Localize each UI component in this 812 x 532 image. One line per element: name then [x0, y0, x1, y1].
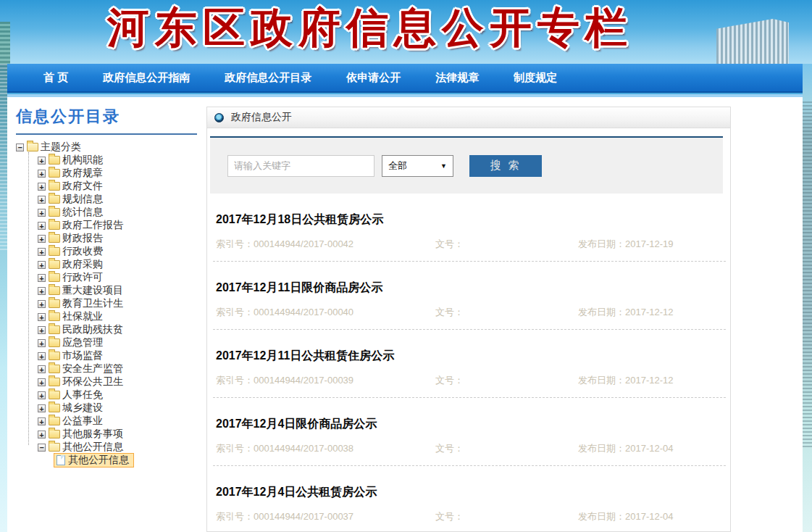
minus-icon[interactable]: −: [16, 144, 24, 151]
tree-item[interactable]: + 财政报告: [16, 232, 206, 245]
site-title: 河东区政府信息公开专栏: [107, 0, 633, 57]
plus-icon[interactable]: +: [38, 326, 46, 334]
doc-title[interactable]: 2017年12月18日公共租赁房公示: [216, 212, 723, 228]
plus-icon[interactable]: +: [38, 235, 46, 243]
tree-item[interactable]: + 环保公共卫生: [16, 375, 206, 388]
folder-icon: [49, 234, 60, 243]
plus-icon[interactable]: +: [38, 209, 46, 217]
tree-items-mount: + 机构职能 + 政府规章 + 政府文件 + 规划信息 + 统计信息 + 政府工…: [16, 154, 206, 441]
plus-icon[interactable]: +: [38, 365, 46, 373]
tree-item[interactable]: + 政府工作报告: [16, 219, 206, 232]
doc-number: 文号：: [435, 238, 578, 251]
tree-item[interactable]: + 社保就业: [16, 310, 206, 323]
tree-item[interactable]: + 市场监督: [16, 349, 206, 362]
doc-meta: 索引号：000144944/2017-00040 文号： 发布日期：2017-1…: [216, 306, 723, 319]
page-root: { "banner": { "title": "河东区政府信息公开专栏" }, …: [0, 0, 812, 532]
tree-item[interactable]: + 公益事业: [16, 415, 206, 428]
plus-icon[interactable]: +: [38, 222, 46, 230]
tree-item[interactable]: + 行政收费: [16, 245, 206, 258]
caret-down-icon: ▼: [440, 162, 447, 170]
tree-item[interactable]: + 人事任免: [16, 388, 206, 402]
tree-item-other-public-info[interactable]: − 其他公开信息: [16, 441, 206, 454]
tree-item[interactable]: + 政府采购: [16, 258, 206, 271]
tree-item[interactable]: + 统计信息: [16, 206, 206, 219]
keyword-search-input[interactable]: [227, 155, 374, 177]
plus-icon[interactable]: +: [38, 404, 46, 412]
open-folder-icon: [49, 443, 60, 452]
plus-icon[interactable]: +: [38, 287, 46, 295]
list-item: 2017年12月11日限价商品房公示 索引号：000144944/2017-00…: [213, 262, 726, 330]
right-building-image: [716, 19, 789, 64]
nav-item-disclosure-guide[interactable]: 政府信息公开指南: [103, 71, 190, 85]
folder-icon: [49, 156, 60, 165]
folder-icon: [49, 325, 60, 334]
search-button[interactable]: 搜 索: [469, 155, 542, 177]
doc-meta: 索引号：000144944/2017-00039 文号： 发布日期：2017-1…: [216, 374, 723, 387]
doc-meta: 索引号：000144944/2017-00037 文号： 发布日期：2017-1…: [216, 510, 723, 523]
plus-icon[interactable]: +: [38, 196, 46, 204]
tree-item-other-public-info-child-selected[interactable]: 其他公开信息: [54, 453, 134, 467]
plus-icon[interactable]: +: [38, 157, 46, 165]
panel-header: 政府信息公开: [207, 107, 730, 128]
tree-item[interactable]: + 应急管理: [16, 336, 206, 349]
sidebar-title-rule: [16, 133, 197, 135]
doc-index: 索引号：000144944/2017-00042: [216, 238, 435, 251]
doc-number: 文号：: [435, 510, 578, 523]
plus-icon[interactable]: +: [38, 313, 46, 321]
folder-icon: [49, 391, 60, 399]
tree-item[interactable]: + 其他服务事项: [16, 428, 206, 441]
doc-title[interactable]: 2017年12月11日公共租赁住房公示: [216, 349, 723, 364]
category-select[interactable]: 全部 ▼: [382, 155, 453, 177]
doc-date: 发布日期：2017-12-04: [578, 510, 674, 523]
tree-item[interactable]: + 政府文件: [16, 180, 206, 193]
folder-icon: [49, 169, 60, 178]
document-icon: [56, 455, 65, 465]
tree-item[interactable]: + 民政助残扶贫: [16, 323, 206, 336]
plus-icon[interactable]: +: [38, 248, 46, 256]
nav-item-apply-disclosure[interactable]: 依申请公开: [346, 71, 401, 85]
tree-item[interactable]: + 机构职能: [16, 154, 206, 167]
plus-icon[interactable]: +: [38, 352, 46, 360]
folder-icon: [49, 195, 60, 204]
doc-index: 索引号：000144944/2017-00039: [216, 374, 435, 387]
plus-icon[interactable]: +: [38, 431, 46, 439]
plus-icon[interactable]: +: [38, 274, 46, 282]
minus-icon[interactable]: −: [38, 444, 46, 452]
list-item: 2017年12月18日公共租赁房公示 索引号：000144944/2017-00…: [213, 194, 726, 262]
tree-item[interactable]: + 行政许可: [16, 271, 206, 284]
tree-child-wrap: 其他公开信息: [16, 454, 206, 467]
tree-item[interactable]: + 规划信息: [16, 193, 206, 206]
nav-item-laws[interactable]: 法律规章: [435, 71, 479, 85]
tree-root-topic-categories[interactable]: − 主题分类: [16, 141, 206, 154]
plus-icon[interactable]: +: [38, 170, 46, 178]
tree-item[interactable]: + 政府规章: [16, 167, 206, 180]
plus-icon[interactable]: +: [38, 261, 46, 269]
nav-item-regulations[interactable]: 制度规定: [514, 71, 557, 85]
list-item: 2017年12月4日公共租赁房公示 索引号：000144944/2017-000…: [213, 466, 726, 532]
doc-date: 发布日期：2017-12-12: [578, 374, 674, 387]
nav-item-disclosure-catalog[interactable]: 政府信息公开目录: [225, 71, 311, 85]
site-banner: 河东区政府信息公开专栏: [0, 0, 812, 64]
plus-icon[interactable]: +: [38, 339, 46, 347]
doc-title[interactable]: 2017年12月11日限价商品房公示: [216, 280, 723, 296]
tree-item[interactable]: + 教育卫生计生: [16, 297, 206, 310]
search-area: 全部 ▼ 搜 索: [210, 136, 723, 194]
doc-meta: 索引号：000144944/2017-00042 文号： 发布日期：2017-1…: [216, 238, 723, 251]
doc-title[interactable]: 2017年12月4日公共租赁房公示: [216, 485, 723, 500]
tree-connector-line: [28, 152, 29, 445]
plus-icon[interactable]: +: [38, 300, 46, 308]
nav-item-home[interactable]: 首 页: [43, 71, 68, 85]
tree-item[interactable]: + 重大建设项目: [16, 284, 206, 297]
list-item: 2017年12月4日限价商品房公示 索引号：000144944/2017-000…: [213, 398, 726, 466]
tree-item[interactable]: + 安全生产监管: [16, 362, 206, 375]
plus-icon[interactable]: +: [38, 183, 46, 191]
category-tree: − 主题分类 + 机构职能 + 政府规章 + 政府文件 + 规划信息 + 统计信…: [16, 141, 206, 467]
folder-icon: [49, 273, 60, 282]
plus-icon[interactable]: +: [38, 417, 46, 425]
doc-title[interactable]: 2017年12月4日限价商品房公示: [216, 417, 723, 432]
folder-icon: [49, 312, 60, 321]
folder-icon: [49, 221, 60, 230]
plus-icon[interactable]: +: [38, 378, 46, 386]
tree-item[interactable]: + 城乡建设: [16, 402, 206, 415]
plus-icon[interactable]: +: [38, 391, 46, 399]
